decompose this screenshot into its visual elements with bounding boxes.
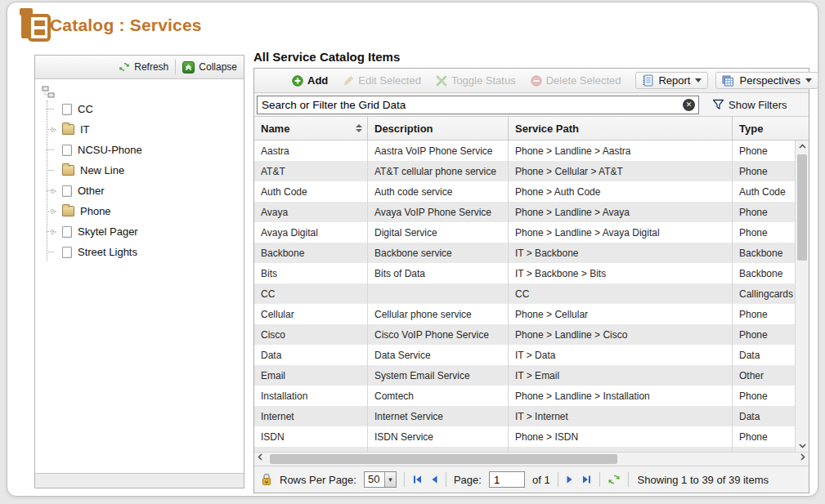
horizontal-scrollbar[interactable]	[254, 452, 809, 466]
expander-icon[interactable]	[52, 188, 62, 194]
grid-search-input[interactable]	[257, 96, 699, 114]
add-button[interactable]: Add	[292, 74, 328, 87]
cell-service-path: IT > Email	[509, 365, 733, 386]
table-row[interactable]: Cellular Cellular phone service Phone > …	[254, 304, 795, 324]
cell-service-path: IT > Data	[509, 345, 733, 365]
cell-name: Avaya Digital	[254, 222, 368, 243]
toggle-status-button[interactable]: Toggle Status	[436, 74, 516, 87]
cell-service-path: IT > Backbone	[509, 243, 733, 263]
tree-item[interactable]: IT	[52, 119, 242, 140]
tree-item[interactable]: NCSU-Phone	[52, 140, 242, 160]
tree-item-label: Skytel Pager	[78, 225, 138, 238]
cell-service-path: Phone > Landline > Avaya	[509, 202, 733, 222]
tree-item[interactable]: Skytel Pager	[52, 221, 242, 242]
expander-icon[interactable]	[52, 127, 62, 133]
refresh-button[interactable]: Refresh	[119, 61, 168, 73]
tree-body: CC IT NCSU-Phone New Line Other Phone Sk…	[35, 79, 244, 473]
collapse-button[interactable]: Collapse	[182, 61, 237, 74]
column-header-service-path[interactable]: Service Path	[509, 117, 733, 140]
clear-search-icon[interactable]: ✕	[683, 99, 695, 111]
table-row[interactable]: CC CC Callingcards	[254, 283, 795, 304]
page-title: Catalog : Services	[50, 16, 202, 35]
scroll-up-icon[interactable]	[796, 144, 809, 149]
report-dropdown-button[interactable]: Report	[635, 72, 708, 89]
cell-service-path: Phone > Landline > Cisco	[509, 324, 733, 345]
cell-name: CC	[254, 283, 368, 304]
sort-icon[interactable]	[356, 124, 362, 132]
tree-root-icon[interactable]	[42, 86, 55, 99]
table-row[interactable]: Avaya Digital Digital Service Phone > La…	[254, 222, 795, 243]
previous-page-button[interactable]	[430, 475, 438, 484]
toggle-status-label: Toggle Status	[451, 74, 516, 87]
edit-selected-button[interactable]: Edit Selected	[343, 74, 421, 87]
page-number-input[interactable]	[489, 471, 525, 488]
tree-item[interactable]: Other	[52, 181, 242, 201]
tree-item[interactable]: CC	[52, 99, 242, 119]
column-header-name[interactable]: Name	[254, 117, 368, 140]
perspectives-dropdown-button[interactable]: Perspectives	[715, 72, 818, 89]
collapse-label: Collapse	[199, 61, 237, 73]
toggle-status-icon	[436, 75, 447, 87]
horizontal-scrollbar-thumb[interactable]	[270, 454, 617, 464]
scroll-left-icon[interactable]	[258, 453, 262, 461]
tree-item[interactable]: Phone	[52, 201, 242, 221]
tree-item[interactable]: Street Lights	[52, 242, 242, 262]
cell-type: Auth Code	[733, 181, 795, 202]
delete-icon	[531, 75, 542, 87]
table-row[interactable]: Avaya Avaya VoIP Phone Service Phone > L…	[254, 202, 795, 222]
tree-item[interactable]: New Line	[52, 160, 242, 181]
cell-service-path: Phone > Cellular	[509, 304, 733, 324]
delete-selected-button[interactable]: Delete Selected	[531, 74, 621, 87]
cell-type: Phone	[733, 304, 795, 324]
table-row[interactable]: Email System Email Service IT > Email Ot…	[254, 365, 795, 386]
grid-rows-list: Aastra Aastra VoIP Phone Service Phone >…	[254, 140, 795, 452]
tree-node-icon	[62, 226, 72, 238]
page-of-label: of 1	[532, 474, 550, 486]
cell-service-path: CC	[509, 283, 733, 304]
table-row[interactable]: Internet Internet Service IT > Internet …	[254, 406, 795, 426]
last-page-button[interactable]	[581, 475, 592, 484]
chevron-down-icon	[805, 78, 812, 83]
table-row[interactable]: AT&T AT&T cellular phone service Phone >…	[254, 161, 795, 181]
table-row[interactable]: Auth Code Auth code service Phone > Auth…	[254, 181, 795, 202]
scroll-right-icon[interactable]	[800, 453, 805, 461]
cell-type: Backbone	[733, 243, 795, 263]
expander-icon[interactable]	[52, 208, 62, 215]
rows-per-page-select[interactable]: 50 ▼	[364, 471, 397, 488]
cell-name: Cellular	[254, 304, 368, 324]
tree-item-label: IT	[80, 123, 90, 136]
cell-description: Auth code service	[368, 181, 509, 202]
refresh-icon	[119, 61, 130, 73]
cell-description: Bits of Data	[368, 263, 509, 283]
table-row[interactable]: Cisco Cisco VoIP Phone Service Phone > L…	[254, 324, 795, 345]
cell-service-path: Phone > Landline > Aastra	[509, 140, 733, 161]
tree-item-label: Other	[78, 185, 105, 197]
first-page-button[interactable]	[412, 475, 423, 484]
table-row[interactable]: Installation Comtech Phone > Landline > …	[254, 386, 795, 406]
cell-type: Phone	[733, 140, 795, 161]
table-row[interactable]: Aastra Aastra VoIP Phone Service Phone >…	[254, 140, 795, 161]
scroll-down-icon[interactable]	[796, 444, 809, 448]
next-page-button[interactable]	[566, 475, 574, 484]
vertical-scrollbar-thumb[interactable]	[797, 154, 807, 261]
cell-description: Cellular phone service	[368, 304, 509, 324]
cell-service-path: Phone > Landline > Avaya Digital	[509, 222, 733, 243]
cell-description: ISDN Service	[368, 426, 509, 447]
report-icon	[642, 74, 653, 87]
tree-node-icon	[62, 145, 72, 156]
column-header-type[interactable]: Type	[733, 117, 809, 140]
vertical-scrollbar[interactable]	[795, 140, 809, 452]
expander-icon[interactable]	[52, 229, 62, 235]
table-row[interactable]: Data Data Service IT > Data Data	[254, 345, 795, 365]
tree-item-label: Phone	[80, 205, 111, 217]
show-filters-button[interactable]: Show Filters	[712, 99, 787, 111]
lock-icon	[261, 473, 272, 486]
table-row[interactable]: Backbone Backbone service IT > Backbone …	[254, 243, 795, 263]
column-header-description[interactable]: Description	[368, 117, 509, 140]
table-row[interactable]: Bits Bits of Data IT > Backbone > Bits B…	[254, 263, 795, 283]
cell-description: Digital Service	[368, 222, 509, 243]
refresh-grid-button[interactable]	[608, 473, 621, 486]
report-label: Report	[658, 74, 690, 87]
table-row[interactable]: ISDN ISDN Service Phone > ISDN Phone	[254, 426, 795, 447]
grid-header-row: Name Description Service Path Type	[254, 117, 809, 140]
